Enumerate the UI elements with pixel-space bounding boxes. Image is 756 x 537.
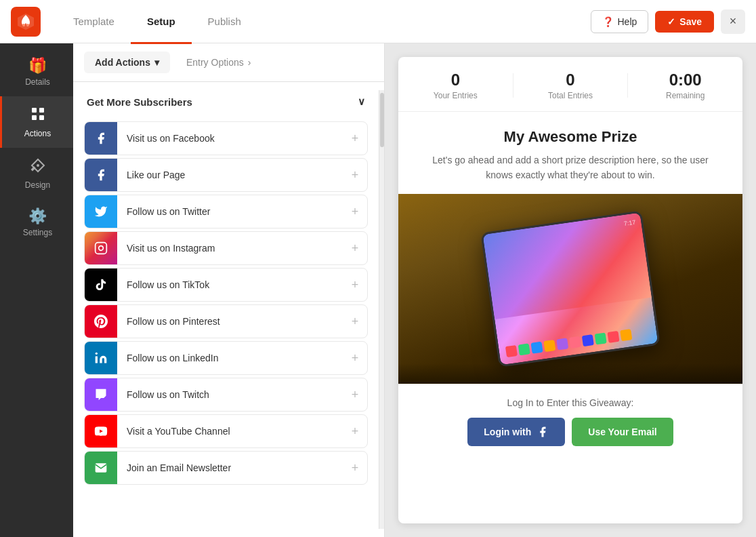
main-layout: 🎁 Details Actions Design [0,43,756,537]
add-icon[interactable]: + [343,415,367,447]
add-icon[interactable]: + [343,122,367,155]
chevron-right-icon: › [248,57,251,68]
svg-rect-3 [32,108,37,113]
left-panel: Add Actions ▾ Entry Options › Get More S… [73,43,385,537]
stat-your-entries: 0 Your Entries [398,71,513,100]
twitter-icon [85,195,117,228]
svg-rect-4 [39,108,44,113]
list-item[interactable]: Visit a YouTube Channel + [84,414,368,448]
svg-rect-5 [32,115,37,120]
stat-total-entries: 0 Total Entries [513,71,628,100]
add-icon[interactable]: + [343,342,367,374]
header-actions: ❓ Help ✓ Save × [591,9,746,34]
svg-point-1 [22,24,25,26]
twitch-icon [85,378,117,411]
sidebar-item-actions[interactable]: Actions [0,96,73,148]
add-icon[interactable]: + [343,305,367,338]
svg-point-7 [37,164,39,167]
gift-icon: 🎁 [28,58,47,73]
scrollbar-track[interactable] [379,90,384,529]
panel-inner: Get More Subscribers ∨ Visit us on Faceb… [73,82,384,537]
add-icon[interactable]: + [343,378,367,411]
svg-point-11 [96,353,98,355]
right-panel: 0 Your Entries 0 Total Entries 0:00 Rema… [385,43,756,537]
close-button[interactable]: × [721,9,745,34]
chevron-down-icon: ▾ [154,57,159,68]
sidebar-item-design[interactable]: Design [0,148,73,199]
facebook-icon [85,122,117,155]
add-actions-tab[interactable]: Add Actions ▾ [84,52,170,73]
list-item[interactable]: Follow us on Pinterest + [84,304,368,338]
design-icon [30,157,46,176]
add-icon[interactable]: + [343,195,367,228]
prize-image: 7:17 [398,194,742,384]
sidebar-item-actions-label: Actions [24,129,51,138]
stat-remaining: 0:00 Remaining [628,71,742,100]
pinterest-icon [85,305,117,338]
instagram-icon [85,232,117,264]
gear-icon: ⚙️ [28,209,47,224]
tab-setup[interactable]: Setup [131,1,192,44]
svg-rect-10 [96,357,98,363]
tablet-device: 7:17 [480,210,660,367]
sidebar-item-settings-label: Settings [23,228,52,237]
sidebar-item-details-label: Details [25,77,50,87]
tab-publish[interactable]: Publish [192,1,257,44]
nav-tabs: Template Setup Publish [57,0,591,43]
svg-rect-6 [39,115,44,120]
scrollbar-thumb[interactable] [380,93,384,147]
list-item[interactable]: Follow us on Twitter + [84,195,368,228]
sidebar: 🎁 Details Actions Design [0,43,73,537]
tiktok-icon [85,268,117,301]
content-area: Add Actions ▾ Entry Options › Get More S… [73,43,756,537]
login-section: Log In to Enter this Giveaway: Login wit… [398,384,742,460]
list-item[interactable]: Follow us on Twitch + [84,378,368,412]
tab-template[interactable]: Template [57,1,131,44]
prize-description: Let's go ahead and add a short prize des… [425,153,715,183]
entry-options-tab[interactable]: Entry Options › [175,52,262,73]
header: Template Setup Publish ❓ Help ✓ Save × [0,0,756,43]
panel-tabs: Add Actions ▾ Entry Options › [73,43,384,82]
list-item[interactable]: Visit us on Facebook + [84,121,368,155]
preview-card: 0 Your Entries 0 Total Entries 0:00 Rema… [398,57,742,523]
prize-section: My Awesome Prize Let's go ahead and add … [398,112,742,183]
list-item[interactable]: Visit us on Instagram + [84,231,368,265]
svg-point-2 [26,24,29,26]
add-icon[interactable]: + [343,232,367,264]
collapse-icon[interactable]: ∨ [358,96,365,108]
add-icon[interactable]: + [343,268,367,301]
login-email-button[interactable]: Use Your Email [572,418,673,446]
add-icon[interactable]: + [343,452,367,484]
youtube-icon [85,415,117,447]
stats-bar: 0 Your Entries 0 Total Entries 0:00 Rema… [398,57,742,112]
prize-title: My Awesome Prize [425,128,715,146]
help-button[interactable]: ❓ Help [591,10,649,33]
facebook-like-icon [85,159,117,191]
svg-rect-8 [96,243,107,254]
facebook-btn-icon [537,426,549,438]
email-icon [85,452,117,484]
linkedin-icon [85,342,117,374]
save-button[interactable]: ✓ Save [655,11,714,33]
login-buttons: Login with Use Your Email [419,418,722,446]
list-item[interactable]: Join an Email Newsletter + [84,451,368,485]
login-label: Log In to Enter this Giveaway: [419,397,722,408]
list-item[interactable]: Follow us on LinkedIn + [84,341,368,375]
section-header: Get More Subscribers ∨ [73,90,379,119]
list-item[interactable]: Like our Page + [84,158,368,192]
add-icon[interactable]: + [343,159,367,191]
login-facebook-button[interactable]: Login with [467,418,565,446]
sidebar-item-settings[interactable]: ⚙️ Settings [0,199,73,247]
help-icon: ❓ [602,16,614,27]
check-icon: ✓ [667,16,675,27]
sidebar-item-details[interactable]: 🎁 Details [0,49,73,96]
actions-icon [30,106,46,125]
logo [11,7,41,37]
panel-content: Get More Subscribers ∨ Visit us on Faceb… [73,90,379,529]
sidebar-item-design-label: Design [25,180,50,190]
list-item[interactable]: Follow us on TikTok + [84,268,368,302]
